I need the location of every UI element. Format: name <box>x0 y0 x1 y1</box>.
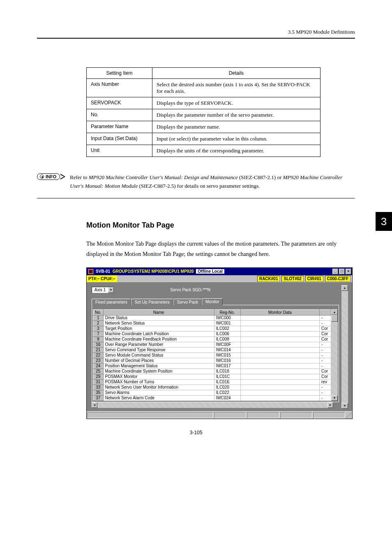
axis-combo[interactable]: Axis 1 ▾ <box>92 287 114 293</box>
grid-row[interactable]: 7Machine Coordinate Latch PositionILC006… <box>93 331 331 336</box>
grid-row-extra: Cor <box>320 368 331 374</box>
grid-row-no: 16 <box>93 342 104 347</box>
grid-row-monitor <box>240 385 319 390</box>
info-text: Refer to MP920 Machine Controller User's… <box>70 173 355 191</box>
pt-cpu-label: PT#:– CPU#:– <box>87 275 117 282</box>
grid-row-no: 37 <box>93 395 104 401</box>
setting-details-cell: Select the desired axis number (axis 1 t… <box>152 79 321 97</box>
panel-vertical-scrollbar[interactable]: ▴ ▾ <box>341 285 348 409</box>
grid-vertical-scrollbar[interactable]: ▴ ▾ <box>331 309 338 401</box>
title-path: GROUP1\SYSTEM2 MP920B\CPU1 MP920 <box>113 269 194 274</box>
table-row: Parameter NameDisplays the parameter nam… <box>87 121 321 133</box>
setting-details-cell: Displays the parameter number of the ser… <box>152 109 321 121</box>
grid-row-reg: ILC020 <box>214 385 240 390</box>
grid-col-reg[interactable]: Reg-No. <box>214 309 240 315</box>
grid-row-extra: - <box>320 363 331 368</box>
grid-horizontal-scrollbar[interactable]: ◂ ▸ <box>92 402 339 408</box>
page-number: 3-105 <box>0 430 392 435</box>
scroll-down-icon[interactable]: ▾ <box>341 403 348 409</box>
grid-row-no: 33 <box>93 385 104 390</box>
grid-row-monitor <box>240 320 319 326</box>
app-icon <box>88 269 93 274</box>
grid-row[interactable]: 25Machine Coordinate System PositionILC0… <box>93 368 331 374</box>
resize-grip-icon[interactable] <box>346 412 352 418</box>
grid-row[interactable]: 16Over Range Parameter NumberIWC00F- <box>93 342 331 347</box>
scroll-down-icon[interactable]: ▾ <box>331 395 338 401</box>
chevron-down-icon[interactable]: ▾ <box>108 287 114 293</box>
grid-row-name: Network Servo User Monitor Information <box>103 385 214 390</box>
grid-col-no[interactable]: No. <box>93 309 104 315</box>
setting-item-cell: SERVOPACK <box>87 97 152 109</box>
grid-row-extra: Cor <box>320 331 331 336</box>
rack-field: RACK#01 <box>257 276 280 282</box>
grid-row-no: 7 <box>93 331 104 336</box>
grid-row-monitor <box>240 379 319 385</box>
grid-row[interactable]: 2Network Servo StatusIWC001- <box>93 320 331 326</box>
grid-row[interactable]: 9Machine Coordinate Feedback PositionILC… <box>93 336 331 342</box>
grid-row[interactable]: 1Drive StatusIWC000- <box>93 315 331 320</box>
grid-row-name: Servo Alarms <box>103 390 214 395</box>
grid-row-reg: ILC022 <box>214 390 240 395</box>
tab-monitor[interactable]: Monitor <box>202 298 223 305</box>
tab-set-up-parameters[interactable]: Set Up Parameters <box>131 299 173 305</box>
grid-row-monitor <box>240 326 319 331</box>
grid-row[interactable]: 29POSMAX MonitorILC01CCor <box>93 374 331 379</box>
grid-row-reg: IWC024 <box>214 395 240 401</box>
grid-row-extra: - <box>320 315 331 320</box>
grid-row-no: 1 <box>93 315 104 320</box>
grid-row-extra: - <box>320 352 331 358</box>
grid-row-no: 29 <box>93 374 104 379</box>
grid-row[interactable]: 22Servo Module Command StatusIWC015- <box>93 352 331 358</box>
scroll-right-icon[interactable]: ▸ <box>327 402 333 408</box>
grid-row-name: Number of Decimal Places <box>103 358 214 363</box>
maximize-button[interactable]: □ <box>339 269 345 274</box>
scroll-up-icon[interactable]: ▴ <box>341 285 348 291</box>
tab-servo-pack[interactable]: Servo Pack <box>173 299 202 305</box>
grid-row-no: 23 <box>93 358 104 363</box>
scroll-up-icon[interactable]: ▴ <box>331 309 338 315</box>
grid-row-name: POSMAX Monitor <box>103 374 214 379</box>
grid-row-monitor <box>240 315 319 320</box>
grid-row-no: 2 <box>93 320 104 326</box>
grid-row-extra: - <box>320 395 331 401</box>
grid-row[interactable]: 23Number of Decimal PlacesIWC016- <box>93 358 331 363</box>
grid-col-monitor[interactable]: Monitor Data <box>240 309 319 315</box>
close-button[interactable]: × <box>346 269 351 274</box>
table-row: No.Displays the parameter number of the … <box>87 109 321 121</box>
axis-combo-value: Axis 1 <box>92 288 108 292</box>
slot-field: SLOT#02 <box>281 276 303 282</box>
grid-row-monitor <box>240 368 319 374</box>
grid-row-reg: IWC001 <box>214 320 240 326</box>
minimize-button[interactable]: _ <box>332 269 338 274</box>
grid-row[interactable]: 37Network Servo Alarm CodeIWC024- <box>93 395 331 401</box>
grid-row-monitor <box>240 374 319 379</box>
grid-row-extra: Cor <box>320 336 331 342</box>
grid-col-name[interactable]: Name <box>103 309 214 315</box>
grid-row[interactable]: 35Servo AlarmsILC022- <box>93 390 331 395</box>
grid-row[interactable]: 24Position Management StatusIWC017- <box>93 363 331 368</box>
grid-row-no: 24 <box>93 363 104 368</box>
grid-row[interactable]: 31POSMAX Number of TurnsILC01Erev <box>93 379 331 385</box>
grid-row-reg: IWC00F <box>214 342 240 347</box>
setting-details-cell: Input (or select) the parameter value in… <box>152 133 321 145</box>
section-heading: Motion Monitor Tab Page <box>86 221 355 230</box>
grid-row-reg: ILC018 <box>214 368 240 374</box>
grid-row-name: Servo Command Type Response <box>103 347 214 352</box>
grid-row-no: 3 <box>93 326 104 331</box>
grid-row-monitor <box>240 352 319 358</box>
grid-row-reg: IWC017 <box>214 363 240 368</box>
grid-row-monitor <box>240 347 319 352</box>
setting-item-cell: Input Data (Set Data) <box>87 133 152 145</box>
info-badge: INFO <box>37 173 60 180</box>
tab-fixed-parameters[interactable]: Fixed parameters <box>92 299 131 305</box>
grid-row-reg: IWC016 <box>214 358 240 363</box>
grid-row-no: 35 <box>93 390 104 395</box>
scroll-thumb[interactable] <box>331 315 338 322</box>
scroll-left-icon[interactable]: ◂ <box>92 402 97 408</box>
grid-row-no: 25 <box>93 368 104 374</box>
grid-row[interactable]: 21Servo Command Type ResponseIWC014- <box>93 347 331 352</box>
grid-row[interactable]: 33Network Servo User Monitor Information… <box>93 385 331 390</box>
grid-row[interactable]: 3Target PositionILC002Cor <box>93 326 331 331</box>
grid-row-name: Machine Coordinate System Position <box>103 368 214 374</box>
grid-row-name: Target Position <box>103 326 214 331</box>
